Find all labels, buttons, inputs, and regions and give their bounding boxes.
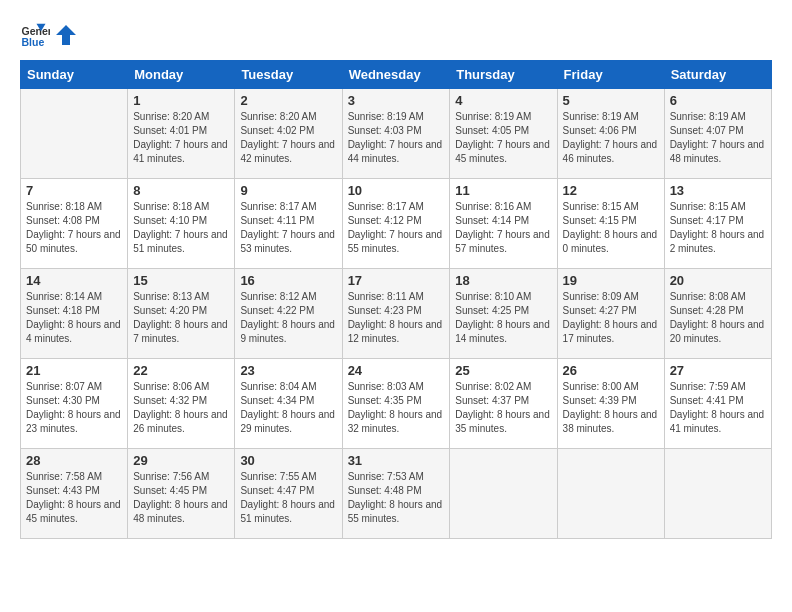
calendar-cell: 1Sunrise: 8:20 AMSunset: 4:01 PMDaylight… (128, 89, 235, 179)
day-header-sunday: Sunday (21, 61, 128, 89)
sunrise-text: Sunrise: 8:03 AM (348, 380, 445, 394)
daylight-text: Daylight: 8 hours and 7 minutes. (133, 318, 229, 346)
day-number: 21 (26, 363, 122, 378)
day-info: Sunrise: 8:17 AMSunset: 4:12 PMDaylight:… (348, 200, 445, 256)
calendar-cell (21, 89, 128, 179)
day-info: Sunrise: 8:00 AMSunset: 4:39 PMDaylight:… (563, 380, 659, 436)
day-number: 20 (670, 273, 766, 288)
day-number: 31 (348, 453, 445, 468)
calendar-cell: 22Sunrise: 8:06 AMSunset: 4:32 PMDayligh… (128, 359, 235, 449)
day-number: 1 (133, 93, 229, 108)
calendar-cell: 24Sunrise: 8:03 AMSunset: 4:35 PMDayligh… (342, 359, 450, 449)
svg-text:Blue: Blue (22, 36, 45, 48)
sunrise-text: Sunrise: 8:19 AM (348, 110, 445, 124)
day-number: 9 (240, 183, 336, 198)
day-number: 14 (26, 273, 122, 288)
sunrise-text: Sunrise: 7:58 AM (26, 470, 122, 484)
sunset-text: Sunset: 4:45 PM (133, 484, 229, 498)
daylight-text: Daylight: 7 hours and 44 minutes. (348, 138, 445, 166)
day-number: 13 (670, 183, 766, 198)
daylight-text: Daylight: 8 hours and 9 minutes. (240, 318, 336, 346)
sunset-text: Sunset: 4:30 PM (26, 394, 122, 408)
sunrise-text: Sunrise: 8:00 AM (563, 380, 659, 394)
daylight-text: Daylight: 7 hours and 42 minutes. (240, 138, 336, 166)
daylight-text: Daylight: 7 hours and 51 minutes. (133, 228, 229, 256)
calendar-cell: 5Sunrise: 8:19 AMSunset: 4:06 PMDaylight… (557, 89, 664, 179)
day-info: Sunrise: 8:15 AMSunset: 4:15 PMDaylight:… (563, 200, 659, 256)
day-number: 24 (348, 363, 445, 378)
sunrise-text: Sunrise: 8:19 AM (563, 110, 659, 124)
day-info: Sunrise: 8:18 AMSunset: 4:08 PMDaylight:… (26, 200, 122, 256)
day-header-tuesday: Tuesday (235, 61, 342, 89)
calendar-cell: 3Sunrise: 8:19 AMSunset: 4:03 PMDaylight… (342, 89, 450, 179)
calendar-cell: 9Sunrise: 8:17 AMSunset: 4:11 PMDaylight… (235, 179, 342, 269)
calendar-cell: 16Sunrise: 8:12 AMSunset: 4:22 PMDayligh… (235, 269, 342, 359)
calendar-cell: 4Sunrise: 8:19 AMSunset: 4:05 PMDaylight… (450, 89, 557, 179)
sunset-text: Sunset: 4:23 PM (348, 304, 445, 318)
sunset-text: Sunset: 4:34 PM (240, 394, 336, 408)
day-number: 27 (670, 363, 766, 378)
day-info: Sunrise: 8:14 AMSunset: 4:18 PMDaylight:… (26, 290, 122, 346)
day-header-wednesday: Wednesday (342, 61, 450, 89)
sunset-text: Sunset: 4:15 PM (563, 214, 659, 228)
week-row-4: 21Sunrise: 8:07 AMSunset: 4:30 PMDayligh… (21, 359, 772, 449)
sunset-text: Sunset: 4:08 PM (26, 214, 122, 228)
day-number: 22 (133, 363, 229, 378)
calendar-cell: 23Sunrise: 8:04 AMSunset: 4:34 PMDayligh… (235, 359, 342, 449)
calendar-cell: 6Sunrise: 8:19 AMSunset: 4:07 PMDaylight… (664, 89, 771, 179)
day-info: Sunrise: 8:08 AMSunset: 4:28 PMDaylight:… (670, 290, 766, 346)
sunset-text: Sunset: 4:35 PM (348, 394, 445, 408)
sunrise-text: Sunrise: 8:20 AM (133, 110, 229, 124)
sunrise-text: Sunrise: 8:18 AM (133, 200, 229, 214)
sunrise-text: Sunrise: 8:15 AM (563, 200, 659, 214)
daylight-text: Daylight: 8 hours and 35 minutes. (455, 408, 551, 436)
day-info: Sunrise: 8:16 AMSunset: 4:14 PMDaylight:… (455, 200, 551, 256)
day-number: 18 (455, 273, 551, 288)
day-number: 4 (455, 93, 551, 108)
week-row-2: 7Sunrise: 8:18 AMSunset: 4:08 PMDaylight… (21, 179, 772, 269)
daylight-text: Daylight: 8 hours and 41 minutes. (670, 408, 766, 436)
calendar-cell: 8Sunrise: 8:18 AMSunset: 4:10 PMDaylight… (128, 179, 235, 269)
sunset-text: Sunset: 4:01 PM (133, 124, 229, 138)
sunrise-text: Sunrise: 8:19 AM (455, 110, 551, 124)
day-number: 28 (26, 453, 122, 468)
daylight-text: Daylight: 7 hours and 57 minutes. (455, 228, 551, 256)
day-number: 15 (133, 273, 229, 288)
calendar-cell: 11Sunrise: 8:16 AMSunset: 4:14 PMDayligh… (450, 179, 557, 269)
calendar-cell: 21Sunrise: 8:07 AMSunset: 4:30 PMDayligh… (21, 359, 128, 449)
sunrise-text: Sunrise: 8:15 AM (670, 200, 766, 214)
daylight-text: Daylight: 8 hours and 38 minutes. (563, 408, 659, 436)
calendar-table: SundayMondayTuesdayWednesdayThursdayFrid… (20, 60, 772, 539)
day-info: Sunrise: 7:59 AMSunset: 4:41 PMDaylight:… (670, 380, 766, 436)
day-number: 19 (563, 273, 659, 288)
sunrise-text: Sunrise: 8:14 AM (26, 290, 122, 304)
daylight-text: Daylight: 8 hours and 2 minutes. (670, 228, 766, 256)
daylight-text: Daylight: 8 hours and 12 minutes. (348, 318, 445, 346)
sunset-text: Sunset: 4:18 PM (26, 304, 122, 318)
sunrise-text: Sunrise: 8:10 AM (455, 290, 551, 304)
day-info: Sunrise: 8:10 AMSunset: 4:25 PMDaylight:… (455, 290, 551, 346)
week-row-1: 1Sunrise: 8:20 AMSunset: 4:01 PMDaylight… (21, 89, 772, 179)
day-header-thursday: Thursday (450, 61, 557, 89)
daylight-text: Daylight: 8 hours and 20 minutes. (670, 318, 766, 346)
logo-arrow-icon (56, 25, 76, 45)
sunset-text: Sunset: 4:10 PM (133, 214, 229, 228)
sunset-text: Sunset: 4:32 PM (133, 394, 229, 408)
calendar-cell: 15Sunrise: 8:13 AMSunset: 4:20 PMDayligh… (128, 269, 235, 359)
sunrise-text: Sunrise: 8:17 AM (348, 200, 445, 214)
header: General Blue (20, 20, 772, 50)
day-number: 17 (348, 273, 445, 288)
sunrise-text: Sunrise: 8:18 AM (26, 200, 122, 214)
sunrise-text: Sunrise: 8:06 AM (133, 380, 229, 394)
calendar-cell: 29Sunrise: 7:56 AMSunset: 4:45 PMDayligh… (128, 449, 235, 539)
daylight-text: Daylight: 7 hours and 41 minutes. (133, 138, 229, 166)
day-number: 10 (348, 183, 445, 198)
sunrise-text: Sunrise: 8:12 AM (240, 290, 336, 304)
calendar-cell: 31Sunrise: 7:53 AMSunset: 4:48 PMDayligh… (342, 449, 450, 539)
svg-marker-3 (56, 25, 76, 45)
day-number: 11 (455, 183, 551, 198)
calendar-cell: 17Sunrise: 8:11 AMSunset: 4:23 PMDayligh… (342, 269, 450, 359)
day-info: Sunrise: 8:19 AMSunset: 4:07 PMDaylight:… (670, 110, 766, 166)
sunrise-text: Sunrise: 8:07 AM (26, 380, 122, 394)
sunrise-text: Sunrise: 7:53 AM (348, 470, 445, 484)
